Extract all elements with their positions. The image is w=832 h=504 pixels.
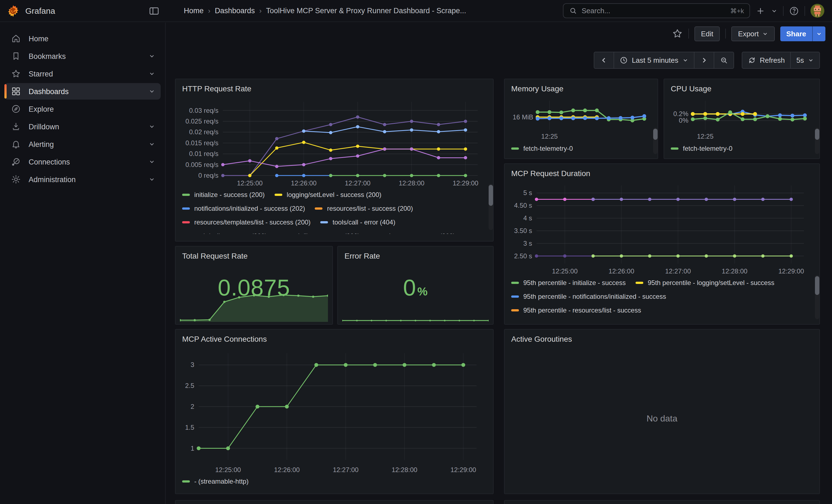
search-input[interactable] [582, 7, 726, 15]
legend-label: 95th percentile - resources/list - succe… [523, 306, 641, 314]
legend-item[interactable]: tools/call - success (200) [182, 232, 267, 234]
legend-item[interactable]: 95th percentile - logging/setLevel - suc… [635, 279, 774, 286]
legend-item[interactable]: - (streamable-http) [182, 477, 249, 485]
sidebar-item-dashboards[interactable]: Dashboards [4, 83, 161, 100]
legend-swatch [182, 193, 190, 195]
sidebar-item-explore[interactable]: Explore [4, 101, 161, 117]
svg-text:2.5: 2.5 [185, 382, 194, 389]
svg-text:3.50 s: 3.50 s [514, 227, 532, 234]
sidebar-item-drilldown[interactable]: Drilldown [4, 118, 161, 135]
sidebar-item-home[interactable]: Home [4, 30, 161, 47]
time-shift-back-button[interactable] [594, 52, 614, 69]
legend-item[interactable]: tools/list - success (200) [277, 232, 360, 234]
chevron-down-icon[interactable] [149, 141, 155, 148]
svg-text:4.50 s: 4.50 s [514, 202, 532, 209]
breadcrumb-dashboards[interactable]: Dashboards [215, 7, 255, 15]
mcp-request-duration-chart[interactable]: 5 s4.50 s4 s3.50 s3 s2.50 s12:25:0012:26… [511, 181, 813, 276]
panel-title[interactable]: Total Request Rate [182, 250, 326, 264]
refresh-icon [748, 56, 756, 64]
sidebar-item-connections[interactable]: Connections [4, 154, 161, 170]
sidebar-item-administration[interactable]: Administration [4, 171, 161, 188]
chevron-down-icon[interactable] [149, 88, 155, 95]
legend-item[interactable]: fetch-telemetry-0 [671, 144, 732, 152]
time-shift-forward-button[interactable] [694, 52, 714, 69]
new-plus-icon[interactable] [755, 6, 765, 16]
chevron-down-icon[interactable] [149, 176, 155, 183]
legend-item[interactable]: logging/setLevel - success (200) [275, 191, 381, 198]
panel-title[interactable]: Error Rate [344, 250, 487, 264]
svg-text:12:27:00: 12:27:00 [665, 267, 691, 275]
new-chevron-down-icon[interactable] [771, 7, 778, 14]
svg-text:12:25:00: 12:25:00 [552, 267, 577, 275]
grafana-app: Grafana Home › Dashboards › ToolHive MCP… [0, 0, 832, 504]
zoom-out-time-button[interactable] [713, 52, 734, 69]
chevron-down-icon[interactable] [149, 53, 155, 59]
svg-text:12:28:00: 12:28:00 [391, 466, 417, 474]
legend-item[interactable]: initialize - success (200) [182, 191, 265, 198]
grafana-logo-icon [7, 4, 20, 17]
legend-item[interactable]: resources/list - success (200) [315, 205, 413, 212]
share-split-button: Share [780, 26, 825, 41]
legend-label: - (streamable-http) [194, 477, 249, 485]
sidebar-item-alerting[interactable]: Alerting [4, 136, 161, 152]
legend-item[interactable]: tools/call - error (404) [320, 218, 395, 226]
edit-button[interactable]: Edit [695, 26, 720, 41]
star-dashboard-icon[interactable] [672, 28, 683, 39]
sidebar-item-starred[interactable]: Starred [4, 65, 161, 82]
svg-text:12:29:00: 12:29:00 [452, 179, 478, 187]
panel-title[interactable]: Memory Usage [511, 83, 651, 96]
svg-text:5 s: 5 s [523, 189, 532, 196]
time-range-group: Last 5 minutes [594, 52, 734, 69]
legend-item[interactable]: notifications/initialized - success (202… [182, 205, 305, 212]
mcp-active-connections-chart[interactable]: 11.522.5312:25:0012:26:0012:27:0012:28:0… [182, 347, 487, 474]
export-button[interactable]: Export [732, 26, 775, 41]
legend-scrollbar-track [653, 128, 657, 154]
legend-label: 95th percentile - initialize - success [523, 279, 626, 286]
chevron-down-icon [762, 30, 768, 36]
legend-item[interactable]: 95th percentile - initialize - success [511, 279, 626, 286]
cpu-usage-chart[interactable]: 0.2%0%12:25 [671, 96, 813, 141]
legend-scrollbar-thumb[interactable] [489, 185, 493, 206]
search-container[interactable]: ⌘+k [563, 3, 750, 18]
legend-item[interactable]: fetch-telemetry-0 [511, 144, 573, 152]
legend-item[interactable]: unknown - success (200) [370, 232, 456, 234]
legend-item[interactable]: 95th percentile - notifications/initiali… [511, 292, 666, 300]
panel-title[interactable]: HTTP Request Rate [182, 83, 487, 96]
share-menu-caret[interactable] [812, 26, 825, 41]
panel-http-request-rate: HTTP Request Rate 0 req/s0.005 req/s0.01… [175, 79, 494, 242]
legend-item[interactable]: 95th percentile - resources/list - succe… [511, 306, 641, 314]
sidebar-item-bookmarks[interactable]: Bookmarks [4, 48, 161, 64]
user-avatar[interactable] [810, 4, 824, 18]
panel-title[interactable]: MCP Request Duration [511, 168, 813, 181]
breadcrumb-home[interactable]: Home [184, 7, 204, 15]
time-range-picker[interactable]: Last 5 minutes [614, 52, 694, 69]
panel-title[interactable]: CPU Usage [671, 83, 813, 96]
svg-text:0.01 req/s: 0.01 req/s [189, 150, 218, 157]
http-request-rate-chart[interactable]: 0 req/s0.005 req/s0.01 req/s0.015 req/s0… [182, 96, 487, 188]
chevron-down-icon[interactable] [149, 158, 155, 165]
legend-scrollbar-thumb[interactable] [815, 129, 820, 140]
chevron-down-icon[interactable] [149, 123, 155, 130]
sidebar-toggle-icon[interactable] [149, 5, 160, 16]
panel-total-request-rate: Total Request Rate 0.0875 [175, 246, 333, 325]
memory-usage-chart[interactable]: 16 MiB12:25 [511, 96, 651, 141]
svg-text:12:29:00: 12:29:00 [450, 466, 476, 474]
top-bar: Grafana Home › Dashboards › ToolHive MCP… [0, 0, 832, 22]
help-icon[interactable] [789, 6, 799, 16]
legend-scrollbar-thumb[interactable] [653, 129, 657, 140]
legend-scrollbar-track [489, 184, 493, 230]
share-button[interactable]: Share [780, 26, 812, 41]
legend-scrollbar-track [815, 275, 820, 319]
svg-text:12:25: 12:25 [541, 133, 558, 140]
panel-memory-usage: Memory Usage 16 MiB12:25 fetch-telemetry… [504, 79, 658, 159]
panel-title[interactable]: Active Goroutines [511, 334, 813, 347]
panel-error-rate: Error Rate 0% [337, 246, 494, 325]
chevron-down-icon[interactable] [149, 71, 155, 77]
memory-legend: fetch-telemetry-0 [511, 141, 651, 156]
legend-item[interactable]: resources/templates/list - success (200) [182, 218, 311, 226]
refresh-interval-picker[interactable]: 5s [790, 52, 820, 69]
refresh-button[interactable]: Refresh [742, 52, 791, 69]
legend-scrollbar-thumb[interactable] [815, 276, 820, 295]
compass-icon [11, 104, 21, 114]
panel-title[interactable]: MCP Active Connections [182, 334, 487, 347]
